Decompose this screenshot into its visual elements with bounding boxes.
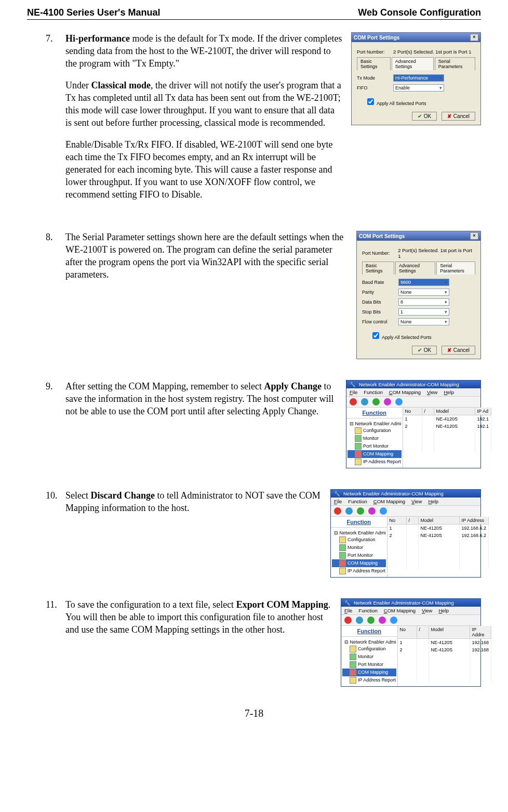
tree-node-monitor[interactable]: Monitor: [342, 653, 396, 661]
cancel-button[interactable]: ✘Cancel: [442, 112, 475, 121]
col-ip[interactable]: IP Addre: [470, 626, 492, 638]
toolbar-icon[interactable]: [379, 617, 386, 624]
toolbar-icon[interactable]: [372, 398, 380, 405]
tree-node-ip-report[interactable]: IP Address Report: [347, 458, 402, 466]
tab-advanced-settings[interactable]: Advanced Settings: [392, 57, 434, 70]
menu-com-mapping[interactable]: COM Mapping: [384, 608, 416, 613]
table-row[interactable]: 1NE-4120S192.1: [403, 415, 492, 423]
table-row[interactable]: 2NE-4120S192.1: [403, 423, 492, 430]
toolbar-icon[interactable]: [368, 507, 376, 515]
cancel-button[interactable]: ✘Cancel: [442, 346, 475, 355]
table-row[interactable]: 1NE-4120S192.168: [398, 639, 492, 646]
menu-com-mapping[interactable]: COM Mapping: [389, 389, 421, 395]
table-row[interactable]: 1NE-4120S192.168.6.2: [387, 525, 489, 532]
menu-view[interactable]: View: [411, 499, 422, 504]
toolbar-icon[interactable]: [390, 617, 397, 624]
menu-help[interactable]: Help: [428, 499, 438, 504]
tab-advanced-settings[interactable]: Advanced Settings: [395, 261, 435, 274]
toolbar-icon[interactable]: [384, 398, 391, 405]
tree-node-configuration[interactable]: Configuration: [347, 427, 402, 435]
col-no[interactable]: No: [398, 626, 417, 638]
col-sort[interactable]: /: [422, 408, 434, 415]
tree-node-port-monitor[interactable]: Port Monitor: [342, 661, 396, 669]
toolbar-icon[interactable]: [356, 617, 363, 624]
tree-node[interactable]: ⊟ Network Enabler Admi: [342, 639, 396, 645]
col-no[interactable]: No: [387, 517, 407, 524]
col-ip[interactable]: IP Ad: [475, 408, 492, 415]
tree-node-com-mapping[interactable]: COM Mapping: [347, 450, 402, 458]
chevron-down-icon: ▾: [445, 290, 447, 295]
toolbar-icon[interactable]: [380, 507, 387, 515]
page-number: 7-18: [27, 708, 481, 730]
col-sort[interactable]: /: [407, 517, 419, 524]
menu-function[interactable]: Function: [364, 389, 382, 395]
close-icon[interactable]: ×: [470, 34, 478, 41]
menu-view[interactable]: View: [422, 608, 432, 613]
tree-node-ip-report[interactable]: IP Address Report: [342, 676, 396, 684]
list-item-11: 11. To save the configuration to a text …: [27, 598, 481, 687]
parity-combo[interactable]: None▾: [398, 289, 449, 296]
tree-node-monitor[interactable]: Monitor: [347, 435, 402, 442]
table-row: [387, 546, 489, 554]
toolbar-icon[interactable]: [344, 617, 352, 624]
col-no[interactable]: No: [403, 408, 422, 415]
col-model[interactable]: Model: [419, 517, 460, 524]
toolbar-icon[interactable]: [334, 507, 341, 515]
table-row[interactable]: 2NE-4120S192.168: [398, 646, 492, 653]
toolbar-icon[interactable]: [357, 507, 364, 515]
tx-mode-combo[interactable]: Hi-Performance ▾: [393, 74, 444, 82]
com-port-settings-dialog: COM Port Settings × Port Number: 2 Port(…: [356, 231, 481, 359]
combo-value: None: [400, 319, 412, 324]
toolbar-icon[interactable]: [350, 398, 357, 405]
baud-rate-combo[interactable]: 9600▾: [398, 279, 449, 286]
menu-view[interactable]: View: [427, 389, 437, 395]
stop-bits-combo[interactable]: 1▾: [398, 308, 449, 316]
tab-basic-settings[interactable]: Basic Settings: [357, 57, 391, 70]
ok-button[interactable]: ✔OK: [412, 346, 437, 355]
tree-node-port-monitor[interactable]: Port Monitor: [347, 442, 402, 450]
menu-function[interactable]: Function: [348, 499, 367, 504]
flow-control-combo[interactable]: None▾: [398, 318, 449, 325]
col-model[interactable]: Model: [429, 626, 470, 638]
tree-node[interactable]: ⊟ Network Enabler Admi: [347, 421, 402, 427]
col-model[interactable]: Model: [434, 408, 475, 415]
menu-help[interactable]: Help: [438, 608, 449, 613]
menu-com-mapping[interactable]: COM Mapping: [373, 499, 405, 504]
menu-file[interactable]: FFileile: [350, 389, 357, 395]
tree-node-monitor[interactable]: Monitor: [332, 544, 386, 552]
chevron-down-icon: ▾: [445, 309, 447, 315]
app-icon: 🔧: [344, 600, 351, 606]
tree-node-port-monitor[interactable]: Port Monitor: [332, 552, 386, 559]
close-icon[interactable]: ×: [470, 232, 478, 240]
data-bits-label: Data Bits: [362, 299, 398, 305]
data-bits-combo[interactable]: 8▾: [398, 298, 449, 306]
toolbar-icon[interactable]: [345, 507, 353, 515]
col-ip[interactable]: IP Address: [460, 517, 489, 524]
menu-help[interactable]: Help: [444, 389, 454, 395]
menu-file[interactable]: File: [334, 499, 342, 504]
tree-node-com-mapping[interactable]: COM Mapping: [332, 559, 386, 567]
table-row: [387, 554, 489, 561]
ok-button[interactable]: ✔OK: [412, 112, 437, 121]
menu-file[interactable]: File: [344, 608, 352, 613]
table-row[interactable]: 2NE-4120S192.168.6.2: [387, 532, 489, 539]
tree-node-ip-report[interactable]: IP Address Report: [332, 567, 386, 575]
chevron-down-icon: ▾: [445, 319, 447, 324]
toolbar-icon[interactable]: [361, 398, 368, 405]
tree-node-configuration[interactable]: Configuration: [332, 536, 386, 544]
toolbar-icon[interactable]: [395, 398, 403, 405]
toolbar-icon[interactable]: [367, 617, 375, 624]
tab-basic-settings[interactable]: Basic Settings: [362, 261, 394, 274]
apply-all-ports-checkbox[interactable]: [372, 332, 379, 339]
tree-node-com-mapping[interactable]: COM Mapping: [342, 669, 396, 676]
app-icon: 🔧: [334, 491, 340, 496]
menu-function[interactable]: Function: [358, 608, 377, 613]
tree-node[interactable]: ⊟ Network Enabler Admi: [332, 530, 386, 536]
menubar: File Function COM Mapping View Help: [331, 497, 480, 506]
apply-all-ports-checkbox[interactable]: [367, 98, 374, 105]
col-sort[interactable]: /: [417, 626, 429, 638]
fifo-combo[interactable]: Enable ▾: [393, 84, 444, 91]
tab-serial-parameters[interactable]: Serial Parameters: [435, 57, 475, 70]
tab-serial-parameters[interactable]: Serial Parameters: [436, 261, 475, 274]
tree-node-configuration[interactable]: Configuration: [342, 645, 396, 653]
